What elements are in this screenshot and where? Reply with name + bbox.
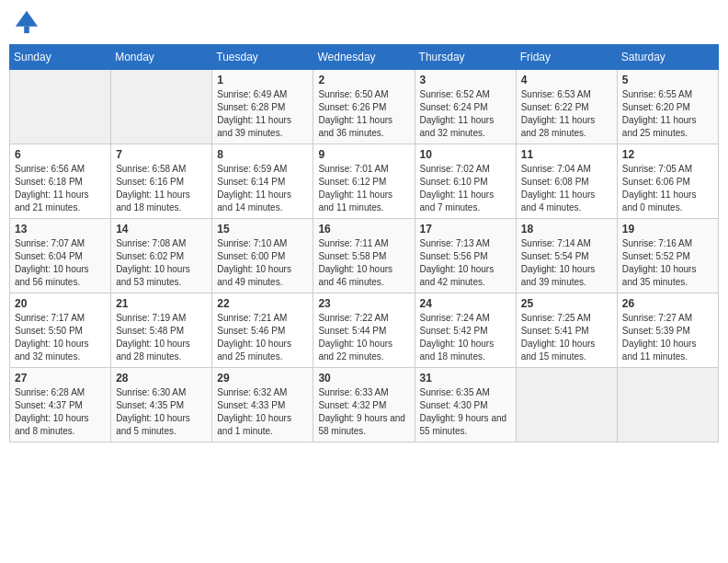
day-info: Sunrise: 7:11 AM Sunset: 5:58 PM Dayligh… (318, 237, 409, 289)
day-number: 15 (217, 223, 308, 236)
calendar-day-cell (111, 70, 212, 144)
day-number: 29 (217, 372, 308, 385)
day-info: Sunrise: 6:59 AM Sunset: 6:14 PM Dayligh… (217, 163, 308, 214)
day-info: Sunrise: 7:22 AM Sunset: 5:44 PM Dayligh… (318, 312, 409, 363)
logo (14, 9, 43, 35)
day-info: Sunrise: 7:21 AM Sunset: 5:46 PM Dayligh… (217, 312, 308, 363)
calendar-day-cell: 9Sunrise: 7:01 AM Sunset: 6:12 PM Daylig… (313, 144, 415, 219)
calendar-day-cell: 3Sunrise: 6:52 AM Sunset: 6:24 PM Daylig… (415, 70, 516, 144)
calendar-day-cell: 21Sunrise: 7:19 AM Sunset: 5:48 PM Dayli… (111, 293, 212, 368)
day-info: Sunrise: 7:01 AM Sunset: 6:12 PM Dayligh… (318, 163, 409, 214)
day-info: Sunrise: 7:27 AM Sunset: 5:39 PM Dayligh… (622, 312, 713, 363)
day-number: 16 (318, 223, 409, 236)
day-number: 10 (420, 148, 511, 161)
calendar-day-cell (516, 368, 617, 442)
day-number: 26 (622, 297, 713, 310)
calendar-day-cell (10, 70, 111, 144)
calendar-day-cell: 1Sunrise: 6:49 AM Sunset: 6:28 PM Daylig… (212, 70, 313, 144)
day-number: 9 (318, 148, 409, 161)
day-number: 11 (521, 148, 612, 161)
day-info: Sunrise: 7:04 AM Sunset: 6:08 PM Dayligh… (521, 163, 612, 214)
page-header (9, 9, 719, 35)
day-info: Sunrise: 6:53 AM Sunset: 6:22 PM Dayligh… (521, 88, 612, 140)
calendar-day-header: Saturday (617, 45, 718, 70)
day-info: Sunrise: 7:16 AM Sunset: 5:52 PM Dayligh… (622, 237, 713, 289)
day-number: 4 (521, 74, 612, 86)
calendar-header-row: SundayMondayTuesdayWednesdayThursdayFrid… (10, 45, 719, 70)
day-info: Sunrise: 7:05 AM Sunset: 6:06 PM Dayligh… (622, 163, 713, 214)
day-number: 22 (217, 297, 308, 310)
calendar-day-cell: 20Sunrise: 7:17 AM Sunset: 5:50 PM Dayli… (10, 293, 111, 368)
calendar-day-cell: 25Sunrise: 7:25 AM Sunset: 5:41 PM Dayli… (516, 293, 617, 368)
calendar-day-cell: 22Sunrise: 7:21 AM Sunset: 5:46 PM Dayli… (212, 293, 313, 368)
calendar-day-cell: 11Sunrise: 7:04 AM Sunset: 6:08 PM Dayli… (516, 144, 617, 219)
day-info: Sunrise: 6:58 AM Sunset: 6:16 PM Dayligh… (116, 163, 207, 214)
day-number: 30 (318, 372, 409, 385)
calendar-day-cell: 28Sunrise: 6:30 AM Sunset: 4:35 PM Dayli… (111, 368, 212, 442)
calendar-day-cell: 5Sunrise: 6:55 AM Sunset: 6:20 PM Daylig… (617, 70, 718, 144)
day-info: Sunrise: 6:33 AM Sunset: 4:32 PM Dayligh… (318, 386, 409, 438)
calendar-day-cell: 13Sunrise: 7:07 AM Sunset: 6:04 PM Dayli… (10, 219, 111, 293)
calendar-day-cell: 6Sunrise: 6:56 AM Sunset: 6:18 PM Daylig… (10, 144, 111, 219)
day-number: 14 (116, 223, 207, 236)
day-number: 8 (217, 148, 308, 161)
calendar-day-cell: 12Sunrise: 7:05 AM Sunset: 6:06 PM Dayli… (617, 144, 718, 219)
day-number: 12 (622, 148, 713, 161)
day-info: Sunrise: 7:13 AM Sunset: 5:56 PM Dayligh… (420, 237, 511, 289)
calendar-day-cell: 24Sunrise: 7:24 AM Sunset: 5:42 PM Dayli… (415, 293, 516, 368)
day-info: Sunrise: 7:10 AM Sunset: 6:00 PM Dayligh… (217, 237, 308, 289)
calendar-week-row: 20Sunrise: 7:17 AM Sunset: 5:50 PM Dayli… (10, 293, 719, 368)
day-number: 20 (15, 297, 106, 310)
day-info: Sunrise: 7:14 AM Sunset: 5:54 PM Dayligh… (521, 237, 612, 289)
calendar-week-row: 1Sunrise: 6:49 AM Sunset: 6:28 PM Daylig… (10, 70, 719, 144)
day-number: 3 (420, 74, 511, 86)
day-info: Sunrise: 7:19 AM Sunset: 5:48 PM Dayligh… (116, 312, 207, 363)
calendar-day-cell: 7Sunrise: 6:58 AM Sunset: 6:16 PM Daylig… (111, 144, 212, 219)
day-info: Sunrise: 6:35 AM Sunset: 4:30 PM Dayligh… (420, 386, 511, 438)
calendar-week-row: 13Sunrise: 7:07 AM Sunset: 6:04 PM Dayli… (10, 219, 719, 293)
day-number: 18 (521, 223, 612, 236)
calendar-day-cell: 17Sunrise: 7:13 AM Sunset: 5:56 PM Dayli… (415, 219, 516, 293)
day-info: Sunrise: 7:25 AM Sunset: 5:41 PM Dayligh… (521, 312, 612, 363)
calendar-day-cell: 30Sunrise: 6:33 AM Sunset: 4:32 PM Dayli… (313, 368, 415, 442)
calendar-day-cell: 8Sunrise: 6:59 AM Sunset: 6:14 PM Daylig… (212, 144, 313, 219)
svg-marker-0 (16, 11, 38, 27)
calendar-day-header: Thursday (415, 45, 516, 70)
calendar-day-cell: 4Sunrise: 6:53 AM Sunset: 6:22 PM Daylig… (516, 70, 617, 144)
day-number: 28 (116, 372, 207, 385)
day-info: Sunrise: 6:32 AM Sunset: 4:33 PM Dayligh… (217, 386, 308, 438)
calendar-week-row: 6Sunrise: 6:56 AM Sunset: 6:18 PM Daylig… (10, 144, 719, 219)
day-number: 24 (420, 297, 511, 310)
day-number: 27 (15, 372, 106, 385)
day-number: 25 (521, 297, 612, 310)
logo-icon (14, 9, 40, 35)
svg-rect-1 (24, 27, 29, 33)
calendar-day-cell: 16Sunrise: 7:11 AM Sunset: 5:58 PM Dayli… (313, 219, 415, 293)
calendar-day-cell: 26Sunrise: 7:27 AM Sunset: 5:39 PM Dayli… (617, 293, 718, 368)
day-info: Sunrise: 6:28 AM Sunset: 4:37 PM Dayligh… (15, 386, 106, 438)
day-info: Sunrise: 7:07 AM Sunset: 6:04 PM Dayligh… (15, 237, 106, 289)
day-number: 1 (217, 74, 308, 86)
calendar-day-cell: 2Sunrise: 6:50 AM Sunset: 6:26 PM Daylig… (313, 70, 415, 144)
day-info: Sunrise: 6:55 AM Sunset: 6:20 PM Dayligh… (622, 88, 713, 140)
calendar-day-cell: 10Sunrise: 7:02 AM Sunset: 6:10 PM Dayli… (415, 144, 516, 219)
day-info: Sunrise: 7:17 AM Sunset: 5:50 PM Dayligh… (15, 312, 106, 363)
day-info: Sunrise: 6:52 AM Sunset: 6:24 PM Dayligh… (420, 88, 511, 140)
calendar-day-cell: 14Sunrise: 7:08 AM Sunset: 6:02 PM Dayli… (111, 219, 212, 293)
calendar-day-header: Tuesday (212, 45, 313, 70)
calendar-day-header: Wednesday (313, 45, 415, 70)
day-info: Sunrise: 7:02 AM Sunset: 6:10 PM Dayligh… (420, 163, 511, 214)
day-info: Sunrise: 6:56 AM Sunset: 6:18 PM Dayligh… (15, 163, 106, 214)
calendar-day-cell: 31Sunrise: 6:35 AM Sunset: 4:30 PM Dayli… (415, 368, 516, 442)
day-info: Sunrise: 6:50 AM Sunset: 6:26 PM Dayligh… (318, 88, 409, 140)
calendar-day-cell: 18Sunrise: 7:14 AM Sunset: 5:54 PM Dayli… (516, 219, 617, 293)
day-number: 17 (420, 223, 511, 236)
calendar-day-cell: 23Sunrise: 7:22 AM Sunset: 5:44 PM Dayli… (313, 293, 415, 368)
calendar-day-header: Friday (516, 45, 617, 70)
calendar-day-cell: 29Sunrise: 6:32 AM Sunset: 4:33 PM Dayli… (212, 368, 313, 442)
day-number: 31 (420, 372, 511, 385)
calendar-day-cell: 19Sunrise: 7:16 AM Sunset: 5:52 PM Dayli… (617, 219, 718, 293)
day-number: 6 (15, 148, 106, 161)
day-number: 23 (318, 297, 409, 310)
calendar-day-cell: 15Sunrise: 7:10 AM Sunset: 6:00 PM Dayli… (212, 219, 313, 293)
